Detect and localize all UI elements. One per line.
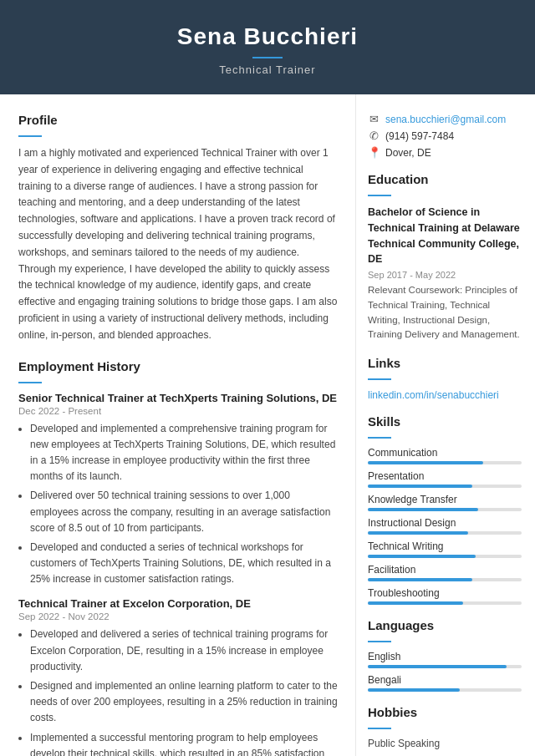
skill-item: Technical Writing — [368, 540, 522, 558]
skill-item: Facilitation — [368, 564, 522, 581]
education-section: Education Bachelor of Science in Technic… — [368, 172, 522, 342]
skill-item: Presentation — [368, 470, 522, 488]
job-dates-2: Sep 2022 - Nov 2022 — [18, 611, 339, 622]
skills-list: Communication Presentation Knowledge Tra… — [368, 447, 522, 605]
language-item: Bengali — [368, 674, 522, 692]
sidebar-column: ✉ sena.bucchieri@gmail.com ✆ (914) 597-7… — [355, 94, 535, 756]
links-underline — [368, 378, 391, 380]
links-heading: Links — [368, 356, 522, 373]
bullet: Developed and conducted a series of tech… — [30, 540, 339, 588]
skill-item: Instructional Design — [368, 517, 522, 535]
language-bar-bg — [368, 688, 522, 692]
education-underline — [368, 195, 391, 196]
skill-bar-bg — [368, 461, 522, 464]
skill-label: Technical Writing — [368, 540, 522, 552]
main-column: Profile I am a highly motivated and expe… — [0, 94, 355, 756]
contact-phone: ✆ (914) 597-7484 — [368, 129, 522, 142]
body-layout: Profile I am a highly motivated and expe… — [0, 94, 535, 756]
employment-underline — [18, 382, 42, 383]
language-bar-bg — [368, 665, 522, 668]
job-item: Technical Trainer at Excelon Corporation… — [18, 597, 339, 756]
skill-label: Troubleshooting — [368, 587, 522, 599]
skill-bar-bg — [368, 555, 522, 558]
language-bar-fill — [368, 688, 460, 692]
skill-label: Knowledge Transfer — [368, 494, 522, 505]
skill-bar-bg — [368, 531, 522, 535]
language-label: English — [368, 651, 522, 662]
hobby-item: Public Speaking — [368, 738, 522, 749]
bullet: Delivered over 50 technical training ses… — [30, 488, 339, 536]
skill-label: Facilitation — [368, 564, 522, 576]
languages-list: English Bengali — [368, 651, 522, 692]
job-title-2: Technical Trainer at Excelon Corporation… — [18, 597, 339, 610]
languages-section: Languages English Bengali — [368, 618, 522, 692]
job-bullets-2: Developed and delivered a series of tech… — [18, 627, 339, 756]
skill-bar-fill — [368, 578, 472, 581]
email-icon: ✉ — [368, 113, 380, 125]
profile-text: I am a highly motivated and experienced … — [18, 145, 339, 344]
linkedin-anchor[interactable]: linkedin.com/in/senabucchieri — [368, 389, 499, 401]
bullet: Implemented a successful mentoring progr… — [30, 730, 339, 756]
email-link[interactable]: sena.bucchieri@gmail.com — [385, 114, 506, 125]
profile-heading: Profile — [18, 113, 339, 130]
language-label: Bengali — [368, 674, 522, 686]
skill-bar-fill — [368, 555, 476, 558]
skill-item: Communication — [368, 447, 522, 464]
hobbies-list: Public Speaking — [368, 738, 522, 749]
job-dates-1: Dec 2022 - Present — [18, 406, 339, 416]
employment-section: Employment History Senior Technical Trai… — [18, 359, 339, 756]
skills-heading: Skills — [368, 414, 522, 432]
job-title-1: Senior Technical Trainer at TechXperts T… — [18, 392, 339, 404]
page-header: Sena Bucchieri Technical Trainer — [0, 0, 535, 94]
skill-label: Presentation — [368, 470, 522, 482]
edu-degree: Bachelor of Science in Technical Trainin… — [368, 205, 522, 267]
hobbies-section: Hobbies Public Speaking — [368, 705, 522, 749]
candidate-name: Sena Bucchieri — [17, 23, 518, 50]
phone-icon: ✆ — [368, 129, 380, 142]
candidate-title: Technical Trainer — [17, 63, 518, 76]
skill-bar-fill — [368, 508, 478, 511]
hobbies-heading: Hobbies — [368, 705, 522, 723]
skill-bar-bg — [368, 601, 522, 605]
links-section: Links linkedin.com/in/senabucchieri — [368, 356, 522, 401]
job-bullets-1: Developed and implemented a comprehensiv… — [18, 421, 339, 588]
skill-bar-fill — [368, 601, 463, 605]
languages-underline — [368, 641, 391, 642]
skill-bar-fill — [368, 461, 483, 464]
languages-heading: Languages — [368, 618, 522, 636]
bullet: Designed and implemented an online learn… — [30, 678, 339, 727]
skill-item: Knowledge Transfer — [368, 494, 522, 511]
bullet: Developed and implemented a comprehensiv… — [30, 421, 339, 485]
profile-section: Profile I am a highly motivated and expe… — [18, 113, 339, 344]
location-icon: 📍 — [368, 146, 380, 159]
hobbies-underline — [368, 728, 391, 729]
linkedin-link[interactable]: linkedin.com/in/senabucchieri — [368, 388, 522, 401]
employment-heading: Employment History — [18, 359, 339, 377]
education-heading: Education — [368, 172, 522, 190]
bullet: Developed and delivered a series of tech… — [30, 627, 339, 675]
location-text: Dover, DE — [385, 147, 431, 159]
edu-courses: Relevant Coursework: Principles of Techn… — [368, 283, 522, 342]
edu-dates: Sep 2017 - May 2022 — [368, 270, 522, 280]
contact-location: 📍 Dover, DE — [368, 146, 522, 159]
contact-email: ✉ sena.bucchieri@gmail.com — [368, 113, 522, 125]
skill-label: Communication — [368, 447, 522, 459]
skill-bar-bg — [368, 578, 522, 581]
job-item: Senior Technical Trainer at TechXperts T… — [18, 392, 339, 588]
skill-bar-bg — [368, 508, 522, 511]
skill-bar-fill — [368, 485, 472, 488]
language-bar-fill — [368, 665, 507, 668]
skill-item: Troubleshooting — [368, 587, 522, 605]
skill-label: Instructional Design — [368, 517, 522, 529]
header-divider — [252, 57, 283, 58]
skills-underline — [368, 437, 391, 439]
profile-underline — [18, 135, 42, 137]
contact-section: ✉ sena.bucchieri@gmail.com ✆ (914) 597-7… — [368, 113, 522, 159]
language-item: English — [368, 651, 522, 668]
phone-text: (914) 597-7484 — [385, 130, 454, 142]
skills-section: Skills Communication Presentation Knowle… — [368, 414, 522, 605]
skill-bar-bg — [368, 485, 522, 488]
skill-bar-fill — [368, 531, 468, 535]
